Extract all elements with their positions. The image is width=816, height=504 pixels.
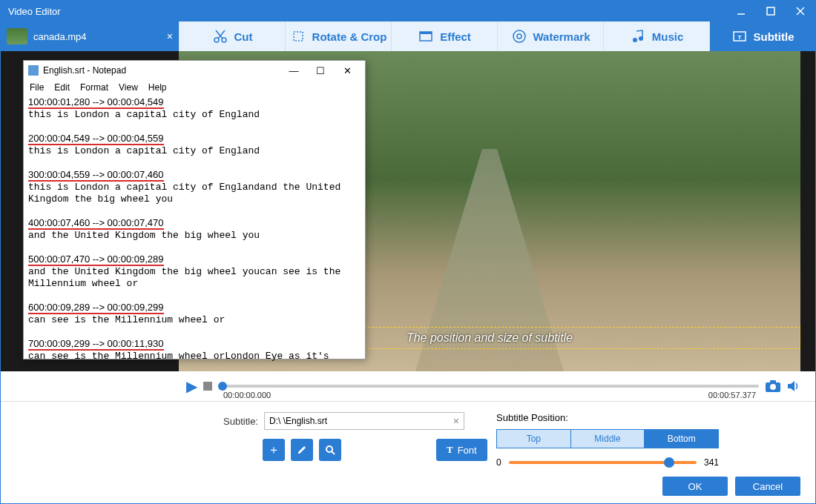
subtitle-path-value: D:\ \English.srt	[269, 416, 327, 426]
stop-button[interactable]	[203, 382, 212, 391]
notepad-icon	[28, 65, 39, 76]
svg-point-12	[517, 34, 521, 39]
clear-subtitle-icon[interactable]: ×	[453, 415, 459, 427]
slider-min: 0	[496, 457, 501, 468]
watermark-icon	[511, 28, 527, 44]
menu-format[interactable]: Format	[80, 82, 108, 93]
svg-point-13	[633, 38, 637, 42]
scissors-icon	[212, 28, 228, 44]
notepad-minimize[interactable]: —	[280, 61, 307, 80]
menu-view[interactable]: View	[119, 82, 138, 93]
file-tab-close[interactable]: ×	[167, 30, 173, 42]
music-icon	[630, 28, 646, 44]
position-slider-row: 0 341	[496, 457, 719, 468]
tool-music[interactable]: Music	[603, 21, 709, 51]
file-thumbnail	[7, 28, 27, 44]
svg-rect-8	[294, 32, 303, 41]
svg-point-14	[639, 36, 643, 41]
position-middle[interactable]: Middle	[570, 430, 645, 448]
menu-file[interactable]: File	[30, 82, 44, 93]
font-button[interactable]: T Font	[436, 439, 487, 461]
tool-rotate-crop[interactable]: Rotate & Crop	[285, 21, 391, 51]
seek-track[interactable]	[218, 385, 759, 388]
player-controls: ▶ 00:00:00.000 00:00:57.377	[1, 371, 815, 401]
subtitle-label: Subtitle:	[223, 416, 258, 427]
notepad-menu: File Edit Format View Help	[24, 80, 365, 95]
effect-icon	[418, 28, 434, 44]
position-top[interactable]: Top	[497, 430, 570, 448]
volume-icon[interactable]	[787, 379, 800, 393]
ok-button[interactable]: OK	[662, 477, 728, 496]
svg-point-21	[326, 446, 332, 452]
file-name: canada.mp4	[33, 31, 87, 42]
total-time: 00:00:57.377	[708, 391, 756, 399]
close-button[interactable]	[786, 1, 815, 21]
svg-marker-20	[788, 381, 794, 391]
slider-max: 341	[704, 457, 719, 468]
bottom-panel: Subtitle: D:\ \English.srt × ＋ T Font Su…	[1, 401, 815, 503]
svg-point-18	[770, 384, 776, 390]
menu-help[interactable]: Help	[148, 82, 167, 93]
position-label: Subtitle Position:	[496, 412, 719, 423]
svg-point-11	[513, 30, 525, 42]
position-segment: Top Middle Bottom	[496, 429, 719, 448]
seek-knob[interactable]	[218, 382, 227, 391]
svg-rect-10	[420, 32, 432, 34]
cancel-button[interactable]: Cancel	[735, 477, 800, 496]
edit-subtitle-button[interactable]	[291, 439, 313, 461]
titlebar: Video Editor	[1, 1, 815, 21]
menu-edit[interactable]: Edit	[54, 82, 70, 93]
app-title: Video Editor	[8, 6, 61, 17]
add-subtitle-button[interactable]: ＋	[263, 439, 285, 461]
slider-knob[interactable]	[664, 457, 674, 468]
svg-rect-19	[770, 380, 776, 383]
minimize-button[interactable]	[726, 1, 756, 21]
notepad-close[interactable]: ✕	[334, 61, 361, 80]
notepad-window: English.srt - Notepad — ☐ ✕ File Edit Fo…	[23, 60, 366, 359]
svg-line-22	[332, 451, 335, 454]
position-panel: Subtitle Position: Top Middle Bottom 0 3…	[496, 412, 719, 468]
play-button[interactable]: ▶	[186, 377, 197, 395]
snapshot-icon[interactable]	[765, 379, 781, 393]
svg-rect-1	[767, 7, 774, 15]
svg-text:T: T	[737, 34, 741, 41]
tool-effect[interactable]: Effect	[391, 21, 497, 51]
toolbar: canada.mp4 × Cut Rotate & Crop Effect Wa…	[1, 21, 815, 51]
notepad-maximize[interactable]: ☐	[307, 61, 334, 80]
notepad-title: English.srt - Notepad	[43, 65, 126, 76]
tool-subtitle[interactable]: T Subtitle	[709, 21, 815, 51]
notepad-body[interactable]: 100:00:01,280 --> 00:00:04,549 this is L…	[24, 95, 365, 364]
file-tab[interactable]: canada.mp4 ×	[1, 21, 179, 51]
font-icon: T	[447, 444, 453, 456]
dialog-footer: OK Cancel	[662, 477, 800, 496]
notepad-titlebar[interactable]: English.srt - Notepad — ☐ ✕	[24, 61, 365, 80]
position-slider[interactable]	[509, 461, 697, 464]
search-subtitle-button[interactable]	[319, 439, 341, 461]
maximize-button[interactable]	[756, 1, 786, 21]
current-time: 00:00:00.000	[223, 391, 271, 399]
tool-watermark[interactable]: Watermark	[497, 21, 603, 51]
position-bottom[interactable]: Bottom	[644, 430, 718, 448]
tool-cut[interactable]: Cut	[179, 21, 285, 51]
crop-icon	[290, 28, 306, 44]
subtitle-icon: T	[731, 28, 748, 44]
subtitle-path-input[interactable]: D:\ \English.srt ×	[264, 412, 464, 430]
